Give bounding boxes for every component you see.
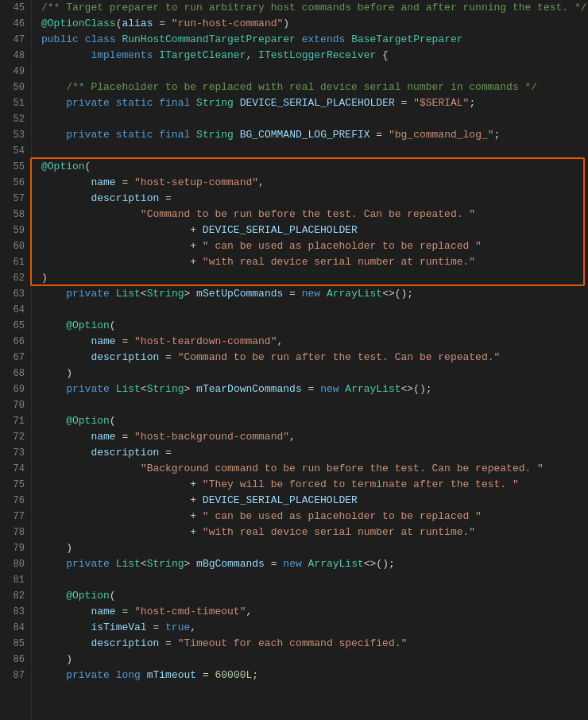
plain-token: , [277,335,283,347]
line-numbers: 4546474849505152535455565758596061626364… [0,0,32,720]
line-number: 51 [0,95,25,111]
line-number: 61 [0,254,25,270]
param-token: alias [122,17,153,29]
plain-token [141,669,147,681]
plain-token: { [376,49,389,61]
line-number: 53 [0,127,25,143]
keyword-token: true [165,621,190,633]
plain-token: = [159,192,172,204]
code-line: private List<String> mSetUpCommands = ne… [41,286,588,302]
line-number: 85 [0,636,25,652]
plain-token [41,463,141,474]
plain-token [296,33,302,45]
plain-token [41,669,66,681]
code-line: @Option( [41,318,588,334]
line-number: 69 [0,381,25,397]
plain-token [41,288,66,300]
annotation-token: @OptionClass [41,17,116,29]
var-token: BG_COMMAND_LOG_PREFIX [240,129,370,141]
plain-token: = [147,621,165,633]
plain-token [41,431,91,443]
plain-token: = [159,351,177,363]
keyword-token: public [41,33,79,45]
code-line: "Background command to be run before the… [41,461,588,477]
line-number: 72 [0,429,25,445]
plain-token: = [153,17,171,29]
keyword-token: implements [91,49,153,61]
line-number: 57 [0,191,25,207]
plain-token: ) [41,272,48,284]
plain-token [41,351,91,363]
code-line: name = "host-cmd-timeout", [41,604,588,620]
keyword-token: private [66,97,110,109]
plain-token [234,129,240,141]
plain-token: ; [494,129,501,141]
string-token: " can be used as placeholder to be repla… [203,240,482,252]
plain-token [234,97,240,109]
code-line: + " can be used as placeholder to be rep… [41,509,588,525]
code-line: private long mTimeout = 60000L; [41,668,588,683]
plain-token: = [116,335,134,347]
string-token: "Timeout for each command specified." [178,637,408,649]
line-number: 59 [0,223,25,238]
plain-token [110,129,116,141]
code-line: implements ITargetCleaner, ITestLoggerRe… [41,48,588,64]
class-token: String [147,558,184,570]
line-number: 66 [0,334,25,350]
keyword-token: new [302,288,320,300]
code-line: name = "host-background-command", [41,429,588,445]
var-token: mBgCommands [196,558,265,570]
param-token: name [91,606,115,617]
class-token: String [196,129,234,141]
line-number: 63 [0,286,25,302]
class-token: List [116,288,141,300]
plain-token [41,621,91,633]
plain-token [41,192,91,204]
keyword-token: private [66,383,110,395]
keyword-token: final [159,129,190,141]
code-line: isTimeVal = true, [41,620,588,636]
code-lines: /** Target preparer to run arbitrary hos… [32,0,588,720]
code-line: description = "Command to be run after t… [41,350,588,366]
keyword-token: private [66,558,110,570]
code-line: @Option( [41,159,588,175]
code-line: private List<String> mBgCommands = new A… [41,556,588,572]
code-line: + DEVICE_SERIAL_PLACEHOLDER [41,223,588,238]
class-token: RunHostCommandTargetPreparer [122,33,295,45]
code-line: ) [41,366,588,381]
code-editor: 4546474849505152535455565758596061626364… [0,0,588,720]
code-line: + "They will be forced to terminate afte… [41,477,588,493]
code-line: description = [41,445,588,461]
plain-token: = [283,288,301,300]
plain-token [41,447,91,459]
line-number: 67 [0,350,25,366]
line-number: 86 [0,652,25,668]
plain-token: = [116,606,134,617]
class-token: List [116,558,141,570]
plain-token: + [41,478,203,490]
keyword-token: private [66,288,110,300]
keyword-token: long [116,669,141,681]
plain-token [110,97,116,109]
plain-token: < [141,288,147,300]
var-token: mSetUpCommands [196,288,283,300]
line-number: 58 [0,207,25,223]
plain-token [110,288,116,300]
class-token: List [116,383,141,395]
plain-token [320,288,327,300]
class-token: ITargetCleaner [159,49,246,61]
keyword-token: static [116,97,153,109]
keyword-token: final [159,97,190,109]
plain-token: <>(); [401,383,432,395]
code-line: ) [41,270,588,286]
code-line: ) [41,540,588,556]
line-number: 81 [0,572,25,588]
plain-token [41,208,141,220]
param-token: name [91,176,115,188]
code-line: /** Target preparer to run arbitrary hos… [41,0,588,16]
plain-token: = [302,383,320,395]
keyword-token: new [320,383,338,395]
class-token: BaseTargetPreparer [351,33,462,45]
class-token: ITestLoggerReceiver [258,49,376,61]
plain-token: ) [283,17,289,29]
